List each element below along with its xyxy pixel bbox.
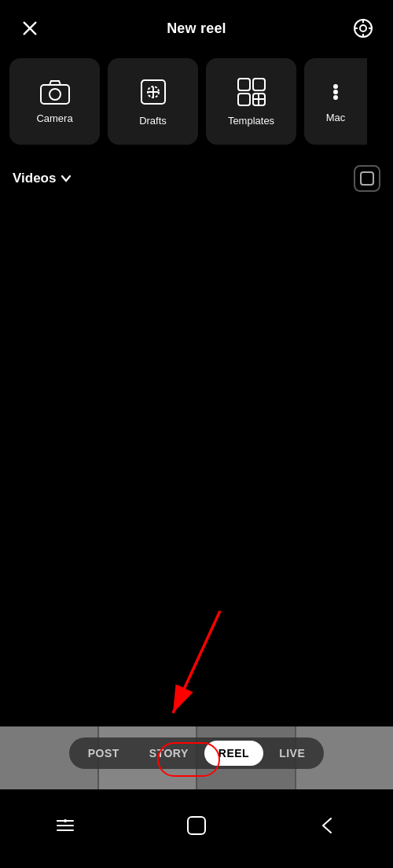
camera-label: Camera (36, 112, 72, 124)
svg-point-22 (334, 96, 337, 99)
settings-icon (353, 18, 373, 39)
camera-card[interactable]: Camera (9, 58, 100, 145)
chevron-down-icon (61, 173, 72, 184)
settings-button[interactable] (349, 14, 377, 42)
more-label: Mac (326, 112, 346, 123)
videos-dropdown-button[interactable]: Videos (13, 171, 72, 186)
svg-rect-14 (238, 79, 250, 90)
drafts-icon (138, 77, 168, 107)
svg-rect-31 (188, 817, 205, 834)
mode-tabs-container: POST STORY REEL LIVE (0, 737, 393, 769)
tab-post[interactable]: POST (74, 741, 134, 766)
circle-icon (185, 815, 208, 837)
svg-point-9 (50, 89, 61, 100)
templates-icon (237, 77, 266, 107)
header: New reel (0, 0, 393, 52)
page-title: New reel (167, 20, 226, 37)
close-icon (21, 20, 39, 37)
svg-point-20 (334, 85, 337, 88)
drafts-label: Drafts (139, 115, 167, 127)
tab-reel[interactable]: REEL (204, 741, 263, 766)
back-icon (317, 815, 339, 837)
nav-bar (0, 793, 393, 868)
videos-section-header: Videos (0, 157, 393, 200)
svg-rect-23 (361, 172, 373, 185)
videos-label: Videos (13, 171, 56, 186)
select-icon (360, 171, 374, 186)
tab-story[interactable]: STORY (135, 741, 203, 766)
mode-tabs-pill: POST STORY REEL LIVE (69, 737, 325, 769)
nav-bars-button[interactable] (50, 810, 81, 841)
camera-icon (40, 79, 70, 105)
tab-live[interactable]: LIVE (265, 741, 319, 766)
bars-icon (54, 815, 76, 837)
close-button[interactable] (16, 14, 44, 42)
nav-back-button[interactable] (312, 810, 343, 841)
svg-rect-8 (41, 85, 69, 104)
svg-rect-15 (253, 79, 265, 90)
svg-point-21 (334, 90, 337, 94)
quick-access-row: Camera Drafts Templates Mac (0, 52, 393, 157)
nav-home-button[interactable] (181, 810, 212, 841)
select-button[interactable] (354, 165, 380, 192)
media-grid (0, 200, 393, 640)
templates-card[interactable]: Templates (206, 58, 296, 145)
more-icon (324, 80, 347, 104)
svg-point-3 (360, 25, 366, 31)
templates-label: Templates (228, 115, 274, 127)
svg-rect-16 (238, 94, 250, 105)
more-card[interactable]: Mac (304, 58, 367, 145)
drafts-card[interactable]: Drafts (108, 58, 198, 145)
